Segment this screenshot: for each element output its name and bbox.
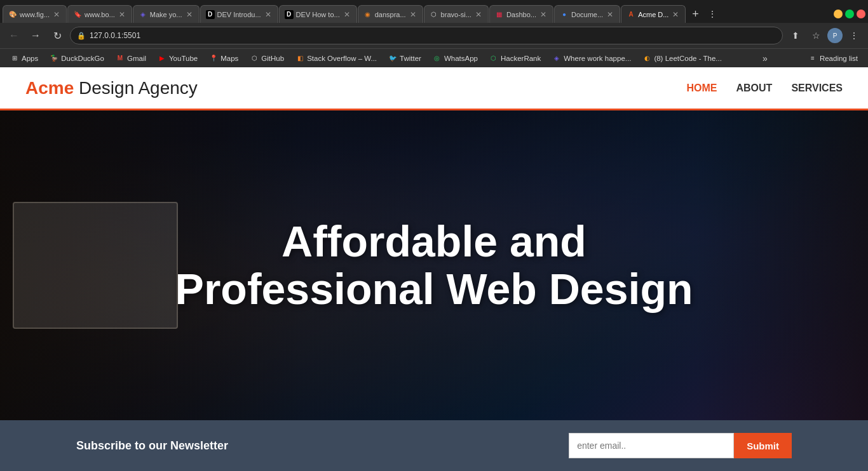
menu-button[interactable]: ⋮ [845, 27, 863, 44]
close-button[interactable]: ✕ [857, 10, 865, 18]
bookmarks-bar: ⊞ Apps 🦆 DuckDuckGo M Gmail ▶ YouTube 📍 … [0, 48, 868, 67]
tab-favicon-monday: ▦ [495, 10, 504, 19]
bookmark-stackoverflow[interactable]: ◧ Stack Overflow – W... [290, 52, 382, 65]
gmail-icon: M [116, 54, 125, 63]
bookmark-duckduckgo[interactable]: 🦆 DuckDuckGo [44, 52, 109, 65]
tab-close-dev2[interactable]: ✕ [342, 10, 351, 19]
tab-close-acme[interactable]: ✕ [671, 10, 680, 19]
leetcode-icon: ◐ [642, 54, 651, 63]
minimize-button[interactable]: − [834, 10, 843, 18]
bookmark-github[interactable]: ⬡ GitHub [245, 52, 289, 65]
bookmark-twitter[interactable]: 🐦 Twitter [383, 52, 426, 65]
whatsapp-icon: ◎ [433, 54, 442, 63]
back-button[interactable]: ← [5, 27, 23, 44]
newsletter-submit-button[interactable]: Submit [734, 433, 792, 458]
tab-close-figma[interactable]: ✕ [52, 10, 61, 19]
tab-close-dan[interactable]: ✕ [409, 10, 417, 19]
stackoverflow-icon: ◧ [295, 54, 304, 63]
logo-accent: Acme [25, 78, 74, 98]
bookmark-leetcode[interactable]: ◐ (8) LeetCode - The... [637, 52, 727, 65]
nav-services[interactable]: SERVICES [791, 83, 843, 94]
tab-overflow-button[interactable]: ⋮ [704, 9, 721, 19]
tab-title-b: www.bo... [85, 11, 115, 18]
bookmark-label-stackoverflow: Stack Overflow – W... [307, 55, 377, 62]
tab-favicon-acme: A [627, 10, 635, 19]
tab-close-github[interactable]: ✕ [474, 10, 483, 19]
tab-bar: 🎨 www.fig... ✕ 🔖 www.bo... ✕ ◈ Make yo..… [0, 0, 868, 23]
duckduckgo-icon: 🦆 [50, 54, 58, 63]
bookmark-where[interactable]: ◈ Where work happe... [547, 52, 636, 65]
tab-favicon-github: ⬡ [430, 10, 438, 19]
tab-title-acme: Acme D... [638, 11, 668, 18]
tab-figma[interactable]: 🎨 www.fig... ✕ [3, 5, 67, 23]
site-logo: Acme Design Agency [25, 78, 198, 98]
tab-title-doc: Docume... [571, 11, 603, 18]
tab-github[interactable]: ⬡ bravo-si... ✕ [424, 5, 489, 23]
tab-favicon-doc: ● [560, 10, 569, 19]
bookmark-apps[interactable]: ⊞ Apps [5, 52, 43, 65]
site-header: Acme Design Agency HOME ABOUT SERVICES [0, 67, 868, 110]
tab-favicon-b: 🔖 [73, 10, 82, 19]
bookmark-label-github: GitHub [261, 55, 284, 62]
bookmark-label-duckduckgo: DuckDuckGo [61, 55, 104, 62]
bookmark-whatsapp[interactable]: ◎ WhatsApp [428, 52, 483, 65]
github-icon: ⬡ [250, 54, 259, 63]
maps-icon: 📍 [209, 54, 218, 63]
hackerrank-icon: ⬡ [489, 54, 498, 63]
profile-button[interactable]: P [827, 28, 843, 43]
tab-close-b[interactable]: ✕ [118, 10, 126, 19]
tab-dev1[interactable]: D DEV Introdu... ✕ [200, 5, 278, 23]
bookmark-gmail[interactable]: M Gmail [111, 52, 151, 65]
nav-action-buttons: ⬆ ☆ P ⋮ [787, 27, 863, 44]
nav-home[interactable]: HOME [686, 83, 717, 94]
tab-close-dev1[interactable]: ✕ [264, 10, 273, 19]
newsletter-section: Subscribe to our Newsletter Submit [0, 420, 868, 471]
hero-text-content: Affordable and Professional Web Design [163, 205, 706, 326]
tab-make[interactable]: ◈ Make yo... ✕ [133, 5, 200, 23]
bookmark-youtube[interactable]: ▶ YouTube [153, 52, 203, 65]
window-controls: − □ ✕ [834, 10, 865, 18]
address-bar[interactable]: 🔒 127.0.0.1:5501 [70, 27, 783, 44]
website-content: Acme Design Agency HOME ABOUT SERVICES A… [0, 67, 868, 471]
tab-dan[interactable]: ◉ danspra... ✕ [358, 5, 423, 23]
newsletter-label: Subscribe to our Newsletter [76, 439, 228, 453]
tab-favicon-dev2: D [285, 10, 294, 19]
tab-b[interactable]: 🔖 www.bo... ✕ [67, 5, 132, 23]
hero-title-line2: Professional Web Design [175, 265, 693, 313]
tab-favicon-figma: 🎨 [8, 10, 17, 19]
new-tab-button[interactable]: + [686, 5, 704, 23]
tab-title-figma: www.fig... [20, 11, 50, 18]
hero-section: Affordable and Professional Web Design [0, 110, 868, 420]
tab-close-monday[interactable]: ✕ [539, 10, 548, 19]
bookmark-reading-list[interactable]: ≡ Reading list [803, 52, 863, 65]
reload-button[interactable]: ↻ [48, 27, 66, 44]
hero-title-line1: Affordable and [175, 218, 693, 265]
navigation-bar: ← → ↻ 🔒 127.0.0.1:5501 ⬆ ☆ P ⋮ [0, 23, 868, 48]
tab-favicon-dev1: D [206, 10, 215, 19]
nav-about[interactable]: ABOUT [736, 83, 772, 94]
tab-title-github: bravo-si... [441, 11, 471, 18]
bookmark-label-twitter: Twitter [400, 55, 421, 62]
bookmark-hackerrank[interactable]: ⬡ HackerRank [484, 52, 546, 65]
maximize-button[interactable]: □ [845, 10, 854, 18]
tab-acme[interactable]: A Acme D... ✕ [621, 5, 686, 23]
security-lock-icon: 🔒 [77, 32, 86, 40]
tab-close-make[interactable]: ✕ [185, 10, 194, 19]
newsletter-form: Submit [569, 433, 792, 458]
tab-doc[interactable]: ● Docume... ✕ [554, 5, 620, 23]
twitter-icon: 🐦 [388, 54, 397, 63]
tab-dev2[interactable]: D DEV How to... ✕ [279, 5, 357, 23]
logo-rest: Design Agency [74, 78, 198, 98]
reading-list-icon: ≡ [808, 54, 817, 63]
bookmarks-overflow-button[interactable]: » [760, 53, 770, 63]
tab-monday[interactable]: ▦ Dashbo... ✕ [489, 5, 553, 23]
share-button[interactable]: ⬆ [787, 27, 804, 44]
newsletter-email-input[interactable] [569, 433, 734, 458]
tab-title-dev1: DEV Introdu... [217, 11, 261, 18]
bookmark-maps[interactable]: 📍 Maps [204, 52, 243, 65]
forward-button[interactable]: → [27, 27, 44, 44]
bookmark-label-youtube: YouTube [169, 55, 198, 62]
bookmark-label-reading: Reading list [820, 55, 858, 62]
tab-close-doc[interactable]: ✕ [606, 10, 614, 19]
bookmark-button[interactable]: ☆ [807, 27, 825, 44]
